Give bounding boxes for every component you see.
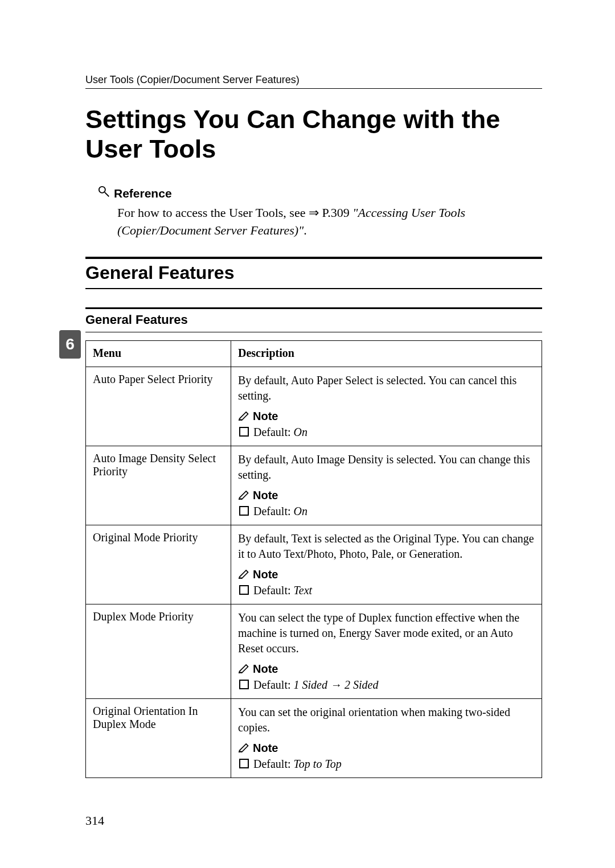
page-header: User Tools (Copier/Document Server Featu…	[85, 74, 542, 89]
desc-cell: You can select the type of Duplex functi…	[231, 604, 542, 699]
note-icon	[238, 488, 249, 503]
svg-point-0	[99, 186, 105, 192]
default-label: Default:	[253, 678, 294, 691]
desc-text: You can select the type of Duplex functi…	[238, 610, 535, 656]
desc-cell: By default, Auto Image Density is select…	[231, 446, 542, 525]
note-label: Note	[253, 410, 278, 423]
default-label: Default:	[253, 426, 294, 438]
desc-cell: By default, Text is selected as the Orig…	[231, 525, 542, 604]
note-icon	[238, 741, 249, 755]
note-label: Note	[253, 742, 278, 755]
note-label: Note	[253, 568, 278, 581]
default-value: On	[294, 505, 308, 517]
svg-line-1	[105, 192, 109, 196]
table-row: Auto Image Density Select Priority By de…	[86, 446, 542, 525]
table-header-row: Menu Description	[86, 341, 542, 367]
bullet-box-icon	[239, 427, 249, 437]
default-row: Default: Top to Top	[238, 758, 535, 771]
desc-text: By default, Auto Image Density is select…	[238, 452, 535, 483]
chapter-tab: 6	[59, 330, 81, 359]
desc-text: You can set the original orientation whe…	[238, 705, 535, 735]
reference-block: Reference For how to access the User Too…	[98, 186, 542, 240]
note-label: Note	[253, 489, 278, 502]
default-label: Default:	[253, 758, 294, 770]
menu-cell: Original Mode Priority	[86, 525, 231, 604]
reference-icon	[98, 186, 110, 201]
table-row: Original Mode Priority By default, Text …	[86, 525, 542, 604]
note-icon	[238, 567, 249, 582]
menu-cell: Duplex Mode Priority	[86, 604, 231, 699]
page-container: User Tools (Copier/Document Server Featu…	[0, 0, 615, 868]
main-heading: Settings You Can Change with the User To…	[85, 105, 542, 164]
desc-text: By default, Auto Paper Select is selecte…	[238, 373, 535, 404]
reference-heading-row: Reference	[98, 186, 542, 201]
note-label: Note	[253, 663, 278, 676]
menu-cell: Original Orientation In Duplex Mode	[86, 699, 231, 778]
desc-cell: By default, Auto Paper Select is selecte…	[231, 367, 542, 446]
note-row: Note	[238, 567, 535, 582]
settings-table: Menu Description Auto Paper Select Prior…	[85, 340, 542, 778]
bullet-box-icon	[239, 506, 249, 516]
desc-cell: You can set the original orientation whe…	[231, 699, 542, 778]
default-label: Default:	[253, 505, 294, 517]
note-icon	[238, 662, 249, 676]
default-value: Top to Top	[294, 758, 342, 770]
default-row: Default: On	[238, 505, 535, 518]
default-row: Default: Text	[238, 584, 535, 597]
reference-text-1: For how to access the User Tools, see ⇒ …	[117, 205, 352, 220]
default-value: 1 Sided → 2 Sided	[294, 678, 379, 691]
col-header-description: Description	[231, 341, 542, 367]
note-row: Note	[238, 488, 535, 503]
section-heading-general: General Features	[85, 257, 542, 289]
default-value: Text	[294, 584, 313, 597]
desc-text: By default, Text is selected as the Orig…	[238, 531, 535, 562]
default-row: Default: 1 Sided → 2 Sided	[238, 678, 535, 692]
table-row: Original Orientation In Duplex Mode You …	[86, 699, 542, 778]
reference-text-3: .	[304, 223, 307, 237]
table-row: Duplex Mode Priority You can select the …	[86, 604, 542, 699]
note-icon	[238, 409, 249, 423]
note-row: Note	[238, 409, 535, 423]
bullet-box-icon	[239, 585, 249, 595]
note-row: Note	[238, 741, 535, 755]
menu-cell: Auto Paper Select Priority	[86, 367, 231, 446]
default-value: On	[294, 426, 308, 438]
subsection-heading-general: General Features	[85, 307, 542, 332]
table-row: Auto Paper Select Priority By default, A…	[86, 367, 542, 446]
menu-cell: Auto Image Density Select Priority	[86, 446, 231, 525]
default-label: Default:	[253, 584, 294, 597]
page-number: 314	[85, 813, 104, 828]
col-header-menu: Menu	[86, 341, 231, 367]
bullet-box-icon	[239, 759, 249, 768]
bullet-box-icon	[239, 680, 249, 689]
note-row: Note	[238, 662, 535, 676]
reference-label: Reference	[114, 187, 172, 200]
default-row: Default: On	[238, 426, 535, 439]
reference-text: For how to access the User Tools, see ⇒ …	[117, 204, 542, 240]
